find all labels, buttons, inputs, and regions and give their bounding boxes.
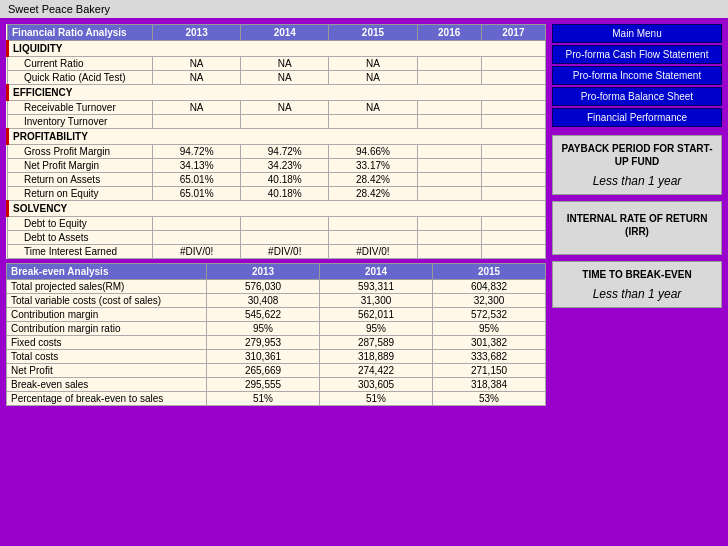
ratio-col-header-2017: 2017 xyxy=(481,25,545,41)
ratio-col-header-2013: 2013 xyxy=(153,25,241,41)
table-row: Contribution margin545,622562,011572,532 xyxy=(7,308,546,322)
breakeven-col-header-2013: 2013 xyxy=(207,264,320,280)
table-row: Return on Assets65.01%40.18%28.42% xyxy=(8,173,546,187)
table-row: Return on Equity65.01%40.18%28.42% xyxy=(8,187,546,201)
table-row: Current RatioNANANA xyxy=(8,57,546,71)
nav-button[interactable]: Financial Performance xyxy=(552,108,722,127)
breakeven-table: Break-even Analysis 2013 2014 2015 Total… xyxy=(6,263,546,406)
app-title: Sweet Peace Bakery xyxy=(8,3,110,15)
breakeven-col-header-label: Break-even Analysis xyxy=(7,264,207,280)
nav-button[interactable]: Pro-forma Cash Flow Statement xyxy=(552,45,722,64)
table-row: Contribution margin ratio95%95%95% xyxy=(7,322,546,336)
table-row: Debt to Equity xyxy=(8,217,546,231)
table-row: Total costs310,361318,889333,682 xyxy=(7,350,546,364)
section-header-row: EFFICIENCY xyxy=(8,85,546,101)
breakeven-col-header-2015: 2015 xyxy=(433,264,546,280)
timebreak-value: Less than 1 year xyxy=(557,287,717,301)
ratio-col-header-2015: 2015 xyxy=(329,25,417,41)
section-header-row: PROFITABILITY xyxy=(8,129,546,145)
payback-title: PAYBACK PERIOD FOR START-UP FUND xyxy=(557,142,717,168)
irr-box: INTERNAL RATE OF RETURN (IRR) xyxy=(552,201,722,255)
nav-button[interactable]: Pro-forma Balance Sheet xyxy=(552,87,722,106)
table-row: Total variable costs (cost of sales)30,4… xyxy=(7,294,546,308)
section-header-row: LIQUIDITY xyxy=(8,41,546,57)
ratio-col-header-2014: 2014 xyxy=(241,25,329,41)
ratio-col-header-label: Financial Ratio Analysis xyxy=(8,25,153,41)
app-title-bar: Sweet Peace Bakery xyxy=(0,0,728,18)
payback-box: PAYBACK PERIOD FOR START-UP FUND Less th… xyxy=(552,135,722,195)
irr-title: INTERNAL RATE OF RETURN (IRR) xyxy=(557,212,717,238)
payback-value: Less than 1 year xyxy=(557,174,717,188)
breakeven-col-header-2014: 2014 xyxy=(320,264,433,280)
table-row: Gross Profit Margin94.72%94.72%94.66% xyxy=(8,145,546,159)
table-row: Break-even sales295,555303,605318,384 xyxy=(7,378,546,392)
table-row: Percentage of break-even to sales51%51%5… xyxy=(7,392,546,406)
table-row: Net Profit Margin34.13%34.23%33.17% xyxy=(8,159,546,173)
nav-buttons: Main MenuPro-forma Cash Flow StatementPr… xyxy=(552,24,722,129)
nav-button[interactable]: Main Menu xyxy=(552,24,722,43)
ratio-table: Financial Ratio Analysis 2013 2014 2015 … xyxy=(6,24,546,259)
left-panel: Financial Ratio Analysis 2013 2014 2015 … xyxy=(6,24,546,406)
table-row: Net Profit265,669274,422271,150 xyxy=(7,364,546,378)
table-row: Time Interest Earned#DIV/0!#DIV/0!#DIV/0… xyxy=(8,245,546,259)
table-row: Inventory Turnover xyxy=(8,115,546,129)
timebreak-title: TIME TO BREAK-EVEN xyxy=(557,268,717,281)
timebreak-box: TIME TO BREAK-EVEN Less than 1 year xyxy=(552,261,722,308)
right-panel: Main MenuPro-forma Cash Flow StatementPr… xyxy=(552,24,722,406)
ratio-col-header-2016: 2016 xyxy=(417,25,481,41)
table-row: Fixed costs279,953287,589301,382 xyxy=(7,336,546,350)
table-row: Receivable TurnoverNANANA xyxy=(8,101,546,115)
table-row: Total projected sales(RM)576,030593,3116… xyxy=(7,280,546,294)
table-row: Debt to Assets xyxy=(8,231,546,245)
table-row: Quick Ratio (Acid Test)NANANA xyxy=(8,71,546,85)
section-header-row: SOLVENCY xyxy=(8,201,546,217)
nav-button[interactable]: Pro-forma Income Statement xyxy=(552,66,722,85)
